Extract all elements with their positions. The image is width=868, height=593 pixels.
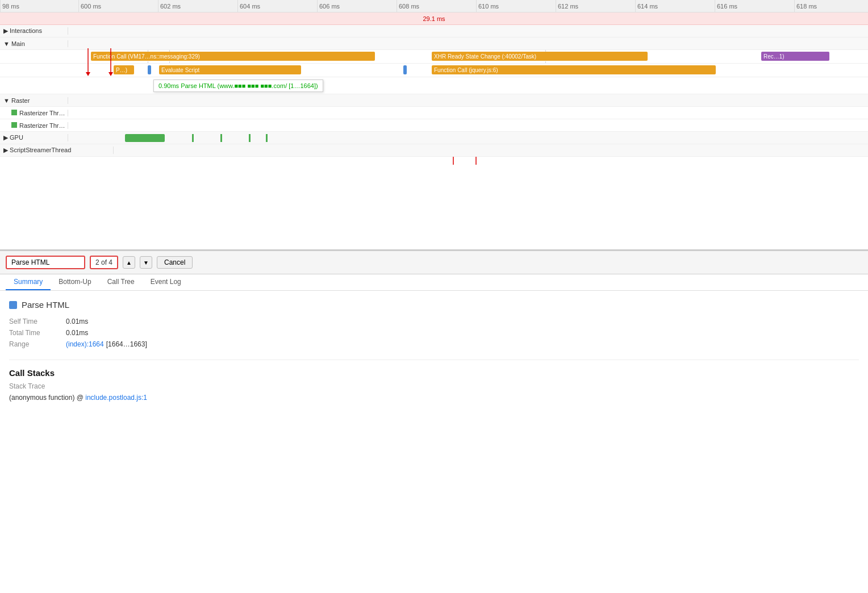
tab-bottom-up[interactable]: Bottom-Up: [51, 274, 99, 290]
search-input[interactable]: [6, 256, 85, 269]
ruler-tick-4: 606 ms: [317, 0, 340, 12]
total-time-label: Total Time: [9, 329, 66, 337]
counter-display: 2 of 4: [90, 256, 118, 269]
bar-evaluate-script[interactable]: Evaluate Script: [159, 65, 301, 74]
self-time-label: Self Time: [9, 318, 66, 325]
highlight-label: 29.1 ms: [423, 15, 445, 22]
stack-trace-link-0[interactable]: include.postload.js:1: [85, 394, 147, 402]
search-bar: 2 of 4 ▲ ▼ Cancel: [0, 251, 868, 274]
highlight-bar: 29.1 ms: [0, 12, 868, 25]
next-button[interactable]: ▼: [140, 256, 152, 269]
self-time-value: 0.01ms: [66, 318, 88, 325]
ruler-tick-7: 612 ms: [556, 0, 578, 12]
gpu-label: ▶ GPU: [0, 134, 68, 141]
tooltip-row-content: 0.90ms Parse HTML (www.■■■ ■■■ ■■■.com/ …: [68, 77, 868, 94]
raster-thread-0-label: Rasterizer Thread 0: [0, 110, 68, 116]
tab-event-log[interactable]: Event Log: [143, 274, 189, 290]
raster-label: ▼ Raster: [0, 97, 68, 104]
tab-call-tree[interactable]: Call Tree: [99, 274, 143, 290]
raster-thread-1-label: Rasterizer Thread 1: [0, 122, 68, 129]
range-extra: [1664…1663]: [106, 340, 147, 348]
gpu-content: [68, 132, 868, 144]
gpu-arrow: ▶: [3, 134, 8, 141]
script-streamer-arrow: ▶: [3, 147, 8, 153]
interactions-label: ▶ Interactions: [0, 27, 68, 35]
prev-button[interactable]: ▲: [123, 256, 135, 269]
bar-p[interactable]: P…): [114, 65, 134, 74]
interactions-content: [68, 25, 868, 37]
raster-thread-1-content: [68, 119, 868, 131]
range-link[interactable]: (index):1664: [66, 340, 104, 348]
timeline-area: 98 ms 600 ms 602 ms 604 ms 606 ms 608 ms…: [0, 0, 868, 250]
tooltip-text: 0.90ms Parse HTML (www.■■■ ■■■ ■■■.com/ …: [158, 82, 318, 89]
cancel-button[interactable]: Cancel: [157, 256, 193, 269]
blue-square-icon: [9, 301, 17, 309]
raster-thread-0-row: Rasterizer Thread 0: [0, 107, 868, 119]
main-row2-content[interactable]: P…) Evaluate Script Function Call (jquer…: [68, 64, 868, 77]
script-streamer-label: ▶ ScriptStreamerThread: [0, 147, 114, 154]
tooltip-row: 0.90ms Parse HTML (www.■■■ ■■■ ■■■.com/ …: [0, 77, 868, 94]
stack-trace-text-0: (anonymous function) @: [9, 394, 85, 402]
ruler-tick-9: 616 ms: [715, 0, 737, 12]
raster-color-dot-0: [11, 110, 17, 115]
ruler-tick-0: 98 ms: [0, 0, 19, 12]
script-streamer-content: [114, 144, 868, 156]
tabs-bar: Summary Bottom-Up Call Tree Event Log: [0, 274, 868, 291]
bar-gpu-sm1: [192, 134, 194, 142]
ruler-tick-5: 608 ms: [397, 0, 419, 12]
raster-color-dot-1: [11, 122, 17, 128]
main-track-header[interactable]: ▼ Main: [0, 37, 868, 50]
info-table: Self Time 0.01ms Total Time 0.01ms Range…: [9, 318, 859, 348]
call-stacks-header: Call Stacks: [9, 360, 859, 378]
raster-track-header[interactable]: ▼ Raster: [0, 94, 868, 107]
ruler-tick-3: 604 ms: [237, 0, 260, 12]
raster-header-content: [68, 94, 868, 106]
stack-trace-entry-0: (anonymous function) @ include.postload.…: [9, 394, 859, 402]
bar-function-call[interactable]: Function Call (VM17…ns::messaging:329): [91, 52, 375, 61]
ruler-tick-6: 610 ms: [476, 0, 499, 12]
bar-blue-thin2[interactable]: [403, 65, 407, 74]
main-arrow: ▼: [3, 40, 10, 47]
main-track-row2: P…) Evaluate Script Function Call (jquer…: [0, 64, 868, 77]
bottom-panel: 2 of 4 ▲ ▼ Cancel Summary Bottom-Up Call…: [0, 250, 868, 593]
bar-gpu-sm2: [220, 134, 222, 142]
bar-gpu-green[interactable]: [125, 134, 165, 142]
ruler-tick-8: 614 ms: [635, 0, 658, 12]
raster-thread-0-content: [68, 107, 868, 119]
main-label: ▼ Main: [0, 40, 68, 47]
gpu-track[interactable]: ▶ GPU: [0, 132, 868, 144]
bar-blue-thin[interactable]: [148, 65, 151, 74]
ruler-tick-1: 600 ms: [78, 0, 101, 12]
ruler-tick-10: 618 ms: [794, 0, 817, 12]
main-track-row1: Function Call (VM17…ns::messaging:329) X…: [0, 50, 868, 64]
interactions-track[interactable]: ▶ Interactions: [0, 25, 868, 37]
range-label: Range: [9, 340, 66, 348]
content-panel: Parse HTML Self Time 0.01ms Total Time 0…: [0, 291, 868, 593]
tooltip-box: 0.90ms Parse HTML (www.■■■ ■■■ ■■■.com/ …: [153, 80, 323, 92]
self-time-row: Self Time 0.01ms: [9, 318, 859, 325]
summary-title: Parse HTML: [22, 300, 69, 310]
total-time-row: Total Time 0.01ms: [9, 329, 859, 337]
time-ruler: 98 ms 600 ms 602 ms 604 ms 606 ms 608 ms…: [0, 0, 868, 12]
bar-xhr-ready[interactable]: XHR Ready State Change (:40002/Task): [432, 52, 648, 61]
bar-gpu-sm4: [266, 134, 268, 142]
section-title: Parse HTML: [9, 300, 859, 310]
script-streamer-track[interactable]: ▶ ScriptStreamerThread: [0, 144, 868, 157]
bar-rec[interactable]: Rec…1): [761, 52, 829, 61]
total-time-value: 0.01ms: [66, 329, 88, 337]
tab-summary[interactable]: Summary: [6, 274, 51, 290]
main-header-content: [68, 37, 868, 49]
range-row: Range (index):1664 [1664…1663]: [9, 340, 859, 348]
raster-arrow: ▼: [3, 97, 10, 104]
call-stacks-section: Call Stacks Stack Trace (anonymous funct…: [9, 360, 859, 402]
collapse-arrow: ▶: [3, 27, 8, 34]
bar-function-call-jquery[interactable]: Function Call (jquery.js:6): [432, 65, 716, 74]
main-row1-content[interactable]: Function Call (VM17…ns::messaging:329) X…: [68, 50, 868, 63]
ruler-tick-2: 602 ms: [158, 0, 181, 12]
bar-gpu-sm3: [249, 134, 251, 142]
stack-trace-label: Stack Trace: [9, 382, 859, 390]
raster-thread-1-row: Rasterizer Thread 1: [0, 119, 868, 132]
